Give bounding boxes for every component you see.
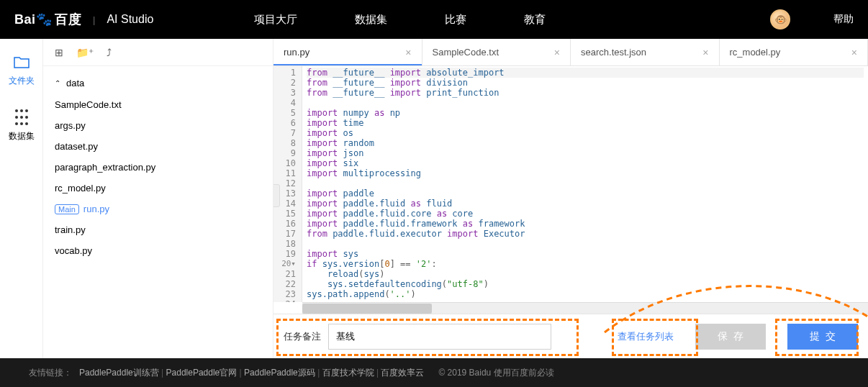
footer-links: PaddlePaddle训练营 | PaddlePaddle官网 | Paddl… xyxy=(79,367,424,379)
folder-icon xyxy=(13,53,30,70)
logo-area[interactable]: Bai🐾百度 | AI Studio xyxy=(14,11,153,28)
footer-link[interactable]: PaddlePaddle源码 xyxy=(244,368,315,378)
file-name: paragraph_extraction.py xyxy=(55,162,155,173)
editor-tab[interactable]: rc_model.py× xyxy=(720,39,869,65)
view-tasklist-link[interactable]: 查看任务列表 xyxy=(618,330,674,343)
avatar[interactable]: 🐵 xyxy=(770,9,790,29)
close-icon[interactable]: × xyxy=(405,47,411,58)
logo-divider: | xyxy=(93,14,95,25)
file-name: train.py xyxy=(55,224,86,235)
rail-dataset[interactable]: 数据集 xyxy=(9,109,35,142)
left-rail: 文件夹 数据集 xyxy=(0,39,43,358)
file-tree: ⌃ data SampleCode.txtargs.pydataset.pypa… xyxy=(43,66,273,267)
logo-text-2: 百度 xyxy=(55,11,81,28)
folder-data[interactable]: ⌃ data xyxy=(43,72,273,94)
main-badge: Main xyxy=(55,204,79,214)
new-folder-icon[interactable]: 📁⁺ xyxy=(76,47,94,58)
editor-area: run.py×SampleCode.txt×search.test.json×r… xyxy=(273,39,868,358)
nav-competitions[interactable]: 比赛 xyxy=(445,13,466,27)
file-name: rc_model.py xyxy=(55,183,106,194)
close-icon[interactable]: × xyxy=(702,47,708,58)
editor-tabs: run.py×SampleCode.txt×search.test.json×r… xyxy=(273,39,868,66)
tab-label: SampleCode.txt xyxy=(433,47,499,58)
file-row[interactable]: args.py xyxy=(43,115,273,136)
editor-tab[interactable]: search.test.json× xyxy=(571,39,720,65)
file-name: run.py xyxy=(83,204,109,214)
close-icon[interactable]: × xyxy=(851,47,857,58)
footer-link[interactable]: 百度效率云 xyxy=(381,368,424,378)
close-icon[interactable]: × xyxy=(554,47,560,58)
submit-button[interactable]: 提交 xyxy=(787,324,858,350)
main-body: 文件夹 数据集 ⊞ 📁⁺ ⤴ ⌃ data SampleCode.txtargs… xyxy=(0,39,868,358)
file-toolbar: ⊞ 📁⁺ ⤴ xyxy=(43,39,273,66)
help-link[interactable]: 帮助 xyxy=(833,13,854,26)
file-row[interactable]: dataset.py xyxy=(43,136,273,157)
bottom-bar: 任务备注 查看任务列表 保存 提交 xyxy=(273,314,868,358)
code-content[interactable]: from __future__ import absolute_importfr… xyxy=(302,66,868,302)
baidu-logo: Bai🐾百度 xyxy=(14,11,81,28)
bottom-bar-right: 查看任务列表 保存 提交 xyxy=(618,324,858,350)
tab-label: rc_model.py xyxy=(730,47,781,58)
file-sidebar: ⊞ 📁⁺ ⤴ ⌃ data SampleCode.txtargs.pydatas… xyxy=(43,39,273,358)
task-note-input[interactable] xyxy=(328,324,551,350)
nav-education[interactable]: 教育 xyxy=(524,13,546,27)
file-name: vocab.py xyxy=(55,245,92,256)
avatar-face-icon: 🐵 xyxy=(774,14,787,25)
horizontal-scrollbar[interactable] xyxy=(302,302,868,314)
file-row[interactable]: Mainrun.py xyxy=(43,199,273,219)
tab-label: search.test.json xyxy=(581,47,646,58)
studio-text: AI Studio xyxy=(107,13,153,26)
caret-icon: ⌃ xyxy=(55,79,60,87)
file-name: SampleCode.txt xyxy=(55,99,122,110)
footer-link[interactable]: PaddlePaddle官网 xyxy=(166,368,238,378)
file-row[interactable]: rc_model.py xyxy=(43,178,273,199)
file-row[interactable]: train.py xyxy=(43,219,273,240)
editor-tab[interactable]: SampleCode.txt× xyxy=(422,39,571,65)
footer-link[interactable]: PaddlePaddle训练营 xyxy=(79,368,159,378)
footer-prefix: 友情链接： xyxy=(29,367,72,379)
rail-folder-label: 文件夹 xyxy=(9,75,35,87)
nav-datasets[interactable]: 数据集 xyxy=(355,13,387,27)
top-header: Bai🐾百度 | AI Studio 项目大厅 数据集 比赛 教育 🐵 帮助 xyxy=(0,0,868,39)
rail-folder[interactable]: 文件夹 xyxy=(9,53,35,87)
file-row[interactable]: paragraph_extraction.py xyxy=(43,157,273,178)
file-name: args.py xyxy=(55,120,86,131)
header-right: 🐵 帮助 xyxy=(770,9,854,29)
nav-projects[interactable]: 项目大厅 xyxy=(254,13,297,27)
folder-name: data xyxy=(66,78,84,88)
rail-dataset-label: 数据集 xyxy=(9,130,35,142)
footer: 友情链接： PaddlePaddle训练营 | PaddlePaddle官网 |… xyxy=(0,358,868,387)
file-name: dataset.py xyxy=(55,141,98,152)
file-row[interactable]: vocab.py xyxy=(43,240,273,261)
logo-text-1: Bai xyxy=(14,12,36,27)
main-nav: 项目大厅 数据集 比赛 教育 xyxy=(254,13,546,27)
paw-icon: 🐾 xyxy=(36,12,53,27)
grid-icon xyxy=(13,109,30,126)
line-gutter: 1234567891011121314151617181920▾21222324 xyxy=(273,66,302,302)
footer-copyright: © 2019 Baidu 使用百度前必读 xyxy=(438,367,553,379)
new-file-icon[interactable]: ⊞ xyxy=(55,47,63,58)
task-note-label: 任务备注 xyxy=(284,330,321,343)
save-button[interactable]: 保存 xyxy=(695,324,766,350)
scrollbar-thumb[interactable] xyxy=(302,304,432,314)
editor-tab[interactable]: run.py× xyxy=(273,39,422,65)
footer-link[interactable]: 百度技术学院 xyxy=(322,368,374,378)
file-row[interactable]: SampleCode.txt xyxy=(43,94,273,115)
code-editor[interactable]: 1234567891011121314151617181920▾21222324… xyxy=(273,66,868,302)
tab-label: run.py xyxy=(284,47,309,58)
upload-icon[interactable]: ⤴ xyxy=(107,47,112,58)
